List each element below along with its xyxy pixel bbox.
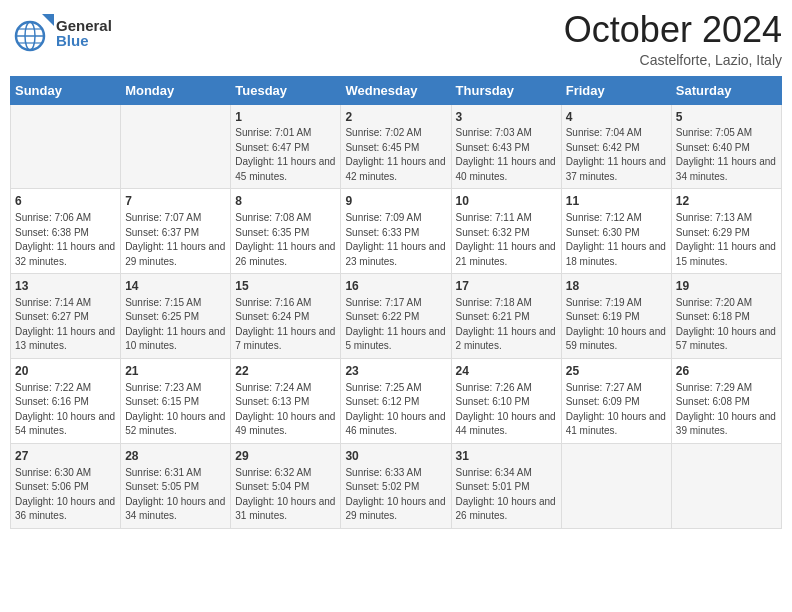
day-info: Sunrise: 7:20 AM Sunset: 6:18 PM Dayligh… [676,296,777,354]
header-day-friday: Friday [561,76,671,104]
day-info: Sunrise: 7:12 AM Sunset: 6:30 PM Dayligh… [566,211,667,269]
day-info: Sunrise: 7:27 AM Sunset: 6:09 PM Dayligh… [566,381,667,439]
calendar-cell: 1Sunrise: 7:01 AM Sunset: 6:47 PM Daylig… [231,104,341,189]
calendar-cell: 7Sunrise: 7:07 AM Sunset: 6:37 PM Daylig… [121,189,231,274]
day-info: Sunrise: 7:13 AM Sunset: 6:29 PM Dayligh… [676,211,777,269]
logo-blue-text: Blue [56,33,112,48]
day-number: 23 [345,363,446,380]
page-header: General Blue October 2024 Castelforte, L… [10,10,782,68]
calendar-cell: 18Sunrise: 7:19 AM Sunset: 6:19 PM Dayli… [561,274,671,359]
logo-text: General Blue [56,18,112,48]
header-day-saturday: Saturday [671,76,781,104]
day-info: Sunrise: 7:14 AM Sunset: 6:27 PM Dayligh… [15,296,116,354]
day-number: 31 [456,448,557,465]
calendar-cell: 3Sunrise: 7:03 AM Sunset: 6:43 PM Daylig… [451,104,561,189]
day-number: 24 [456,363,557,380]
day-number: 18 [566,278,667,295]
day-number: 21 [125,363,226,380]
calendar-cell: 30Sunrise: 6:33 AM Sunset: 5:02 PM Dayli… [341,443,451,528]
logo-general-text: General [56,18,112,33]
calendar-cell: 21Sunrise: 7:23 AM Sunset: 6:15 PM Dayli… [121,358,231,443]
day-info: Sunrise: 7:03 AM Sunset: 6:43 PM Dayligh… [456,126,557,184]
header-day-monday: Monday [121,76,231,104]
calendar-cell: 20Sunrise: 7:22 AM Sunset: 6:16 PM Dayli… [11,358,121,443]
calendar-cell: 16Sunrise: 7:17 AM Sunset: 6:22 PM Dayli… [341,274,451,359]
day-info: Sunrise: 7:17 AM Sunset: 6:22 PM Dayligh… [345,296,446,354]
calendar-cell: 27Sunrise: 6:30 AM Sunset: 5:06 PM Dayli… [11,443,121,528]
day-info: Sunrise: 7:01 AM Sunset: 6:47 PM Dayligh… [235,126,336,184]
day-info: Sunrise: 7:26 AM Sunset: 6:10 PM Dayligh… [456,381,557,439]
logo-icon [10,10,56,56]
calendar-cell: 17Sunrise: 7:18 AM Sunset: 6:21 PM Dayli… [451,274,561,359]
calendar-week-row: 27Sunrise: 6:30 AM Sunset: 5:06 PM Dayli… [11,443,782,528]
day-number: 20 [15,363,116,380]
day-info: Sunrise: 7:22 AM Sunset: 6:16 PM Dayligh… [15,381,116,439]
day-number: 4 [566,109,667,126]
day-number: 26 [676,363,777,380]
month-title: October 2024 [564,10,782,50]
calendar-cell: 24Sunrise: 7:26 AM Sunset: 6:10 PM Dayli… [451,358,561,443]
day-number: 13 [15,278,116,295]
day-info: Sunrise: 7:04 AM Sunset: 6:42 PM Dayligh… [566,126,667,184]
calendar-cell: 4Sunrise: 7:04 AM Sunset: 6:42 PM Daylig… [561,104,671,189]
day-number: 7 [125,193,226,210]
calendar-cell: 28Sunrise: 6:31 AM Sunset: 5:05 PM Dayli… [121,443,231,528]
calendar-cell: 12Sunrise: 7:13 AM Sunset: 6:29 PM Dayli… [671,189,781,274]
day-number: 1 [235,109,336,126]
day-number: 6 [15,193,116,210]
day-info: Sunrise: 7:05 AM Sunset: 6:40 PM Dayligh… [676,126,777,184]
calendar-cell [11,104,121,189]
day-info: Sunrise: 7:23 AM Sunset: 6:15 PM Dayligh… [125,381,226,439]
calendar-cell: 19Sunrise: 7:20 AM Sunset: 6:18 PM Dayli… [671,274,781,359]
calendar-cell: 11Sunrise: 7:12 AM Sunset: 6:30 PM Dayli… [561,189,671,274]
day-number: 25 [566,363,667,380]
day-number: 11 [566,193,667,210]
calendar-cell: 2Sunrise: 7:02 AM Sunset: 6:45 PM Daylig… [341,104,451,189]
calendar-cell: 29Sunrise: 6:32 AM Sunset: 5:04 PM Dayli… [231,443,341,528]
calendar-week-row: 13Sunrise: 7:14 AM Sunset: 6:27 PM Dayli… [11,274,782,359]
calendar-cell: 5Sunrise: 7:05 AM Sunset: 6:40 PM Daylig… [671,104,781,189]
day-info: Sunrise: 7:29 AM Sunset: 6:08 PM Dayligh… [676,381,777,439]
calendar-cell: 13Sunrise: 7:14 AM Sunset: 6:27 PM Dayli… [11,274,121,359]
header-day-sunday: Sunday [11,76,121,104]
calendar-cell: 8Sunrise: 7:08 AM Sunset: 6:35 PM Daylig… [231,189,341,274]
calendar-cell: 15Sunrise: 7:16 AM Sunset: 6:24 PM Dayli… [231,274,341,359]
location-label: Castelforte, Lazio, Italy [564,52,782,68]
logo: General Blue [10,10,112,56]
header-day-tuesday: Tuesday [231,76,341,104]
calendar-cell [671,443,781,528]
day-number: 17 [456,278,557,295]
calendar-cell [121,104,231,189]
day-info: Sunrise: 7:08 AM Sunset: 6:35 PM Dayligh… [235,211,336,269]
day-number: 15 [235,278,336,295]
day-info: Sunrise: 7:02 AM Sunset: 6:45 PM Dayligh… [345,126,446,184]
day-info: Sunrise: 7:25 AM Sunset: 6:12 PM Dayligh… [345,381,446,439]
calendar-cell: 9Sunrise: 7:09 AM Sunset: 6:33 PM Daylig… [341,189,451,274]
calendar-cell: 25Sunrise: 7:27 AM Sunset: 6:09 PM Dayli… [561,358,671,443]
day-number: 3 [456,109,557,126]
day-number: 22 [235,363,336,380]
day-info: Sunrise: 7:24 AM Sunset: 6:13 PM Dayligh… [235,381,336,439]
calendar-table: SundayMondayTuesdayWednesdayThursdayFrid… [10,76,782,529]
day-number: 14 [125,278,226,295]
day-number: 10 [456,193,557,210]
day-info: Sunrise: 6:30 AM Sunset: 5:06 PM Dayligh… [15,466,116,524]
calendar-week-row: 20Sunrise: 7:22 AM Sunset: 6:16 PM Dayli… [11,358,782,443]
day-info: Sunrise: 7:06 AM Sunset: 6:38 PM Dayligh… [15,211,116,269]
day-info: Sunrise: 6:34 AM Sunset: 5:01 PM Dayligh… [456,466,557,524]
calendar-cell: 26Sunrise: 7:29 AM Sunset: 6:08 PM Dayli… [671,358,781,443]
day-info: Sunrise: 7:09 AM Sunset: 6:33 PM Dayligh… [345,211,446,269]
day-number: 27 [15,448,116,465]
calendar-week-row: 6Sunrise: 7:06 AM Sunset: 6:38 PM Daylig… [11,189,782,274]
day-number: 12 [676,193,777,210]
day-number: 30 [345,448,446,465]
calendar-cell: 6Sunrise: 7:06 AM Sunset: 6:38 PM Daylig… [11,189,121,274]
day-number: 8 [235,193,336,210]
day-info: Sunrise: 7:07 AM Sunset: 6:37 PM Dayligh… [125,211,226,269]
day-number: 16 [345,278,446,295]
calendar-cell: 31Sunrise: 6:34 AM Sunset: 5:01 PM Dayli… [451,443,561,528]
day-number: 19 [676,278,777,295]
day-info: Sunrise: 7:16 AM Sunset: 6:24 PM Dayligh… [235,296,336,354]
day-info: Sunrise: 7:18 AM Sunset: 6:21 PM Dayligh… [456,296,557,354]
calendar-cell [561,443,671,528]
